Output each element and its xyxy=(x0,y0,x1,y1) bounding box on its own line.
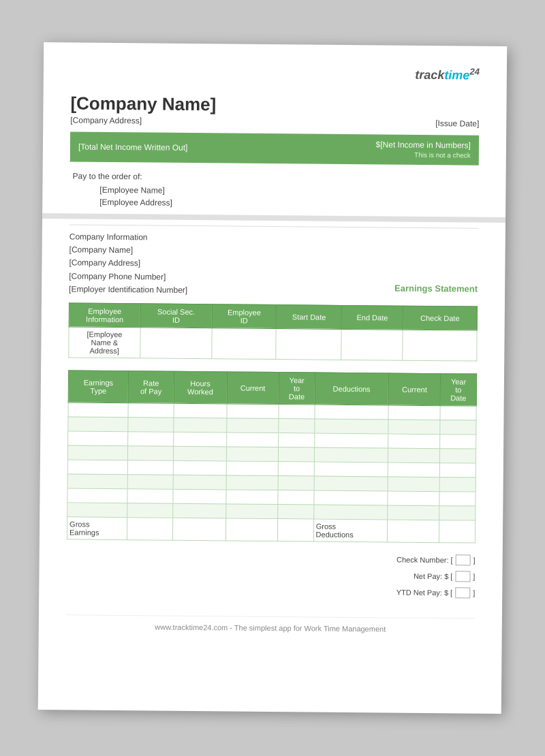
pay-to-label: Pay to the order of: xyxy=(73,171,479,184)
footer: www.tracktime24.com - The simplest app f… xyxy=(66,614,475,633)
cell xyxy=(67,474,127,489)
col-current-earnings: Current xyxy=(227,372,279,405)
cell-employee-id xyxy=(211,328,276,360)
gross-earnings-rate xyxy=(127,518,172,541)
employee-info-table: EmployeeInformation Social Sec.ID Employ… xyxy=(68,302,478,361)
cell xyxy=(278,433,314,447)
col-rate-of-pay: Rateof Pay xyxy=(128,371,174,404)
net-pay-row: Net Pay: $ [ ] xyxy=(396,569,476,584)
cell xyxy=(172,503,225,518)
check-number-row: Check Number: [ ] xyxy=(396,552,476,568)
cell xyxy=(278,447,314,462)
cell xyxy=(68,431,128,446)
cell xyxy=(314,447,388,462)
gross-row: GrossEarnings GrossDeductions xyxy=(67,517,475,543)
cell xyxy=(173,460,226,475)
cell xyxy=(67,503,127,518)
company-name: [Company Name] xyxy=(70,93,479,117)
cell xyxy=(173,489,226,504)
cell xyxy=(388,420,440,435)
cell xyxy=(388,448,439,463)
cell xyxy=(440,449,476,463)
col-earnings-type: EarningsType xyxy=(68,371,128,403)
cell xyxy=(67,488,127,503)
cell xyxy=(313,505,387,520)
not-check-label: This is not a check xyxy=(414,151,471,159)
col-hours-worked: HoursWorked xyxy=(174,371,227,404)
cell xyxy=(173,432,226,447)
ytd-net-pay-row: YTD Net Pay: $ [ ] xyxy=(396,585,476,601)
cell xyxy=(128,418,174,432)
cell xyxy=(173,418,226,432)
gross-deductions-ytd xyxy=(439,520,476,543)
check-number-close: ] xyxy=(473,553,476,568)
ytd-net-pay-box xyxy=(455,587,470,598)
cell xyxy=(278,490,314,505)
gross-earnings-ytd xyxy=(277,519,313,541)
col-end-date: End Date xyxy=(341,305,403,330)
cell xyxy=(226,418,278,433)
cell xyxy=(388,462,439,477)
cell xyxy=(314,462,388,477)
bottom-fields: Check Number: [ ] Net Pay: $ [ ] YTD Net… xyxy=(396,552,476,602)
logo-time: time xyxy=(444,68,469,82)
earnings-table: EarningsType Rateof Pay HoursWorked Curr… xyxy=(67,370,477,543)
net-pay-label: Net Pay: $ [ xyxy=(414,569,453,584)
cell xyxy=(279,419,315,433)
cell xyxy=(226,432,278,447)
col-check-date: Check Date xyxy=(403,306,477,330)
cell xyxy=(127,475,173,490)
cell xyxy=(440,420,476,435)
cell xyxy=(225,504,277,519)
cell xyxy=(439,477,476,492)
cell xyxy=(388,477,439,492)
check-number-box xyxy=(456,554,471,565)
col-ytd-deductions: YeartoDate xyxy=(440,374,476,406)
cell xyxy=(278,462,314,476)
col-employee-id: EmployeeID xyxy=(212,304,277,329)
cell xyxy=(227,404,279,419)
cell xyxy=(127,446,173,461)
gross-earnings-label: GrossEarnings xyxy=(67,517,127,540)
col-social-sec: Social Sec.ID xyxy=(140,304,212,328)
cell-start-date xyxy=(276,328,341,360)
employee-address: [Employee Address] xyxy=(99,196,478,212)
ytd-net-pay-label: YTD Net Pay: $ [ xyxy=(396,585,453,601)
cell xyxy=(226,475,278,490)
gross-deductions-label: GrossDeductions xyxy=(313,519,388,542)
logo-area: tracktime24 xyxy=(71,63,480,82)
cell xyxy=(127,489,173,504)
logo-num: 24 xyxy=(469,67,480,77)
cell xyxy=(128,432,174,447)
company-address: [Company Address] xyxy=(70,115,142,125)
cell xyxy=(279,405,315,419)
cell-end-date xyxy=(341,329,403,360)
cell xyxy=(67,445,127,460)
bottom-section: Check Number: [ ] Net Pay: $ [ ] YTD Net… xyxy=(66,549,476,601)
col-current-deductions: Current xyxy=(388,373,441,406)
cell xyxy=(127,460,173,475)
net-pay-close: ] xyxy=(473,569,475,584)
cell xyxy=(278,476,314,490)
company-info-section: Company Information [Company Name] [Comp… xyxy=(69,224,478,299)
cell xyxy=(315,405,388,420)
pay-to-section: Pay to the order of: [Employee Name] [Em… xyxy=(69,171,478,211)
net-income-number: $[Net Income in Numbers] xyxy=(376,140,471,150)
earnings-statement-label: Earnings Statement xyxy=(394,282,478,297)
cell xyxy=(439,506,476,520)
cell xyxy=(226,461,278,476)
col-deductions: Deductions xyxy=(315,373,389,405)
cell xyxy=(388,505,439,520)
issue-date: [Issue Date] xyxy=(435,119,479,129)
gross-deductions-current xyxy=(387,520,439,543)
net-pay-box xyxy=(455,571,470,582)
employee-name-address: [Employee Name] [Employee Address] xyxy=(99,184,478,212)
cell xyxy=(388,491,439,506)
footer-text: www.tracktime24.com - The simplest app f… xyxy=(155,623,386,633)
col-start-date: Start Date xyxy=(277,304,342,329)
cell xyxy=(67,460,127,475)
logo-track: track xyxy=(415,68,444,82)
net-income-bar: [Total Net Income Written Out] $[Net Inc… xyxy=(70,131,479,165)
cell xyxy=(226,447,278,462)
ytd-net-pay-close: ] xyxy=(473,586,475,601)
